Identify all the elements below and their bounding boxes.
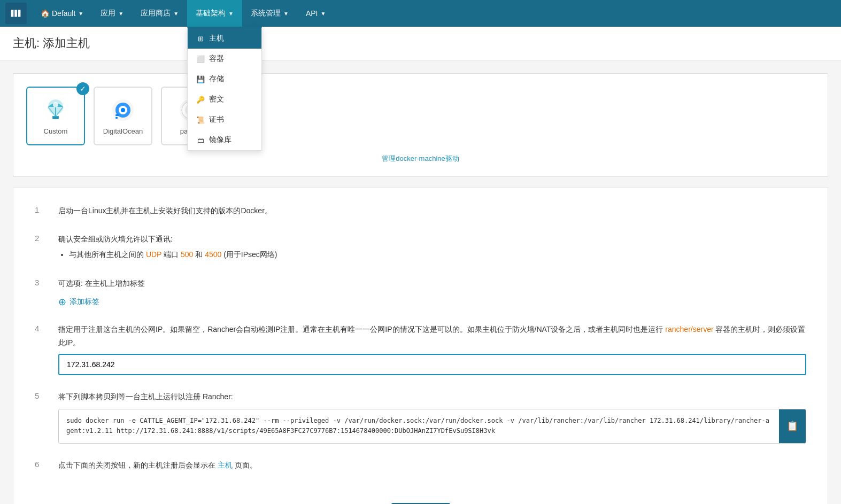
chevron-down-icon: ▼: [78, 11, 83, 17]
footer-section: 关闭: [35, 487, 806, 504]
step-1-number: 1: [35, 204, 50, 218]
step-5-number: 5: [35, 390, 50, 444]
custom-provider-icon: [43, 97, 68, 123]
chevron-down-icon: ▼: [173, 11, 179, 17]
svg-rect-8: [115, 114, 119, 116]
ip-input[interactable]: [58, 354, 806, 375]
home-icon: 🏠: [41, 9, 50, 18]
clipboard-icon: 📋: [786, 420, 798, 432]
digitalocean-label: DigitalOcean: [103, 127, 143, 135]
provider-card-digitalocean[interactable]: DigitalOcean: [94, 87, 152, 145]
chevron-down-icon: ▼: [283, 11, 289, 17]
navbar: 🏠 Default ▼ 应用 ▼ 应用商店 ▼ 基础架构 ▼ ⊞ 主机 ⬜ 容器…: [0, 0, 841, 27]
copy-button[interactable]: 📋: [779, 409, 806, 443]
chevron-down-icon: ▼: [228, 11, 234, 17]
registry-icon: 🗃: [196, 136, 205, 144]
dropdown-item-container[interactable]: ⬜ 容器: [188, 49, 261, 69]
step-5-text: 将下列脚本拷贝到等一台主机上运行以注册 Rancher:: [58, 390, 806, 404]
provider-cards: ✓ Custom: [26, 87, 815, 145]
brand-logo[interactable]: [5, 3, 27, 24]
add-label-button[interactable]: ⊕ 添加标签: [58, 296, 99, 308]
step-2: 2 确认安全组或防火墙允许以下通讯: 与其他所有主机之间的 UDP 端口 500…: [35, 232, 806, 262]
plus-circle-icon: ⊕: [58, 296, 66, 308]
dropdown-item-secret[interactable]: 🔑 密文: [188, 89, 261, 110]
cert-icon: 📜: [196, 115, 205, 124]
step-4-number: 4: [35, 323, 50, 375]
container-icon: ⬜: [196, 55, 205, 63]
step-5: 5 将下列脚本拷贝到等一台主机上运行以注册 Rancher: sudo dock…: [35, 390, 806, 444]
command-text: sudo docker run -e CATTLE_AGENT_IP="172.…: [59, 409, 779, 443]
host-icon: ⊞: [196, 34, 205, 43]
step-6: 6 点击下面的关闭按钮，新的主机注册后会显示在 主机 页面。: [35, 459, 806, 472]
svg-rect-2: [52, 117, 59, 119]
provider-card-custom[interactable]: ✓ Custom: [26, 87, 85, 145]
nav-app-store[interactable]: 应用商店 ▼: [132, 0, 187, 27]
step-6-content: 点击下面的关闭按钮，新的主机注册后会显示在 主机 页面。: [58, 459, 806, 472]
svg-point-7: [121, 108, 125, 112]
steps-section: 1 启动一台Linux主机并在主机上安装好我们支持的版本的Docker。 2 确…: [13, 188, 828, 504]
step-3-content: 可选项: 在主机上增加标签 ⊕ 添加标签: [58, 277, 806, 307]
step-1-content: 启动一台Linux主机并在主机上安装好我们支持的版本的Docker。: [58, 204, 806, 218]
nav-infrastructure[interactable]: 基础架构 ▼ ⊞ 主机 ⬜ 容器 💾 存储 🔑 密文 📜 证书: [187, 0, 242, 27]
page-title: 主机: 添加主机: [13, 35, 828, 51]
nav-default[interactable]: 🏠 Default ▼: [32, 0, 92, 27]
dropdown-item-storage[interactable]: 💾 存储: [188, 69, 261, 89]
digitalocean-provider-icon: [110, 97, 136, 123]
step-1: 1 启动一台Linux主机并在主机上安装好我们支持的版本的Docker。: [35, 204, 806, 218]
svg-rect-9: [115, 117, 118, 119]
manage-driver-link[interactable]: 管理docker-machine驱动: [26, 154, 815, 164]
selected-check-icon: ✓: [76, 82, 89, 95]
step-2-text: 确认安全组或防火墙允许以下通讯:: [58, 232, 806, 246]
infrastructure-dropdown: ⊞ 主机 ⬜ 容器 💾 存储 🔑 密文 📜 证书 🗃 镜像库: [187, 27, 262, 151]
step-4-text: 指定用于注册这台主机的公网IP。如果留空，Rancher会自动检测IP注册。通常…: [58, 323, 806, 350]
page-body: ✓ Custom: [0, 60, 841, 504]
add-label-row: ⊕ 添加标签: [58, 296, 806, 308]
dropdown-item-host[interactable]: ⊞ 主机: [188, 28, 261, 49]
step-6-number: 6: [35, 459, 50, 472]
nav-apps[interactable]: 应用 ▼: [92, 0, 132, 27]
chevron-down-icon: ▼: [320, 11, 326, 17]
step-3-text: 可选项: 在主机上增加标签: [58, 277, 806, 290]
command-box: sudo docker run -e CATTLE_AGENT_IP="172.…: [58, 409, 806, 443]
step-1-text: 启动一台Linux主机并在主机上安装好我们支持的版本的Docker。: [58, 204, 806, 218]
step-2-number: 2: [35, 232, 50, 262]
step-4: 4 指定用于注册这台主机的公网IP。如果留空，Rancher会自动检测IP注册。…: [35, 323, 806, 375]
page-header: 主机: 添加主机: [0, 27, 841, 60]
step-3-number: 3: [35, 277, 50, 307]
svg-point-3: [53, 102, 58, 107]
step-4-content: 指定用于注册这台主机的公网IP。如果留空，Rancher会自动检测IP注册。通常…: [58, 323, 806, 375]
step-3: 3 可选项: 在主机上增加标签 ⊕ 添加标签: [35, 277, 806, 307]
nav-system[interactable]: 系统管理 ▼: [242, 0, 297, 27]
nav-api[interactable]: API ▼: [297, 0, 334, 27]
secret-icon: 🔑: [196, 95, 205, 104]
chevron-down-icon: ▼: [118, 11, 124, 17]
dropdown-item-cert[interactable]: 📜 证书: [188, 110, 261, 130]
storage-icon: 💾: [196, 75, 205, 83]
provider-section: ✓ Custom: [13, 73, 828, 177]
step-2-content: 确认安全组或防火墙允许以下通讯: 与其他所有主机之间的 UDP 端口 500 和…: [58, 232, 806, 262]
step-5-content: 将下列脚本拷贝到等一台主机上运行以注册 Rancher: sudo docker…: [58, 390, 806, 444]
step-6-text: 点击下面的关闭按钮，新的主机注册后会显示在 主机 页面。: [58, 459, 806, 472]
dropdown-item-registry[interactable]: 🗃 镜像库: [188, 130, 261, 150]
step-2-list-item: 与其他所有主机之间的 UDP 端口 500 和 4500 (用于IPsec网络): [69, 250, 806, 260]
custom-label: Custom: [44, 127, 68, 135]
